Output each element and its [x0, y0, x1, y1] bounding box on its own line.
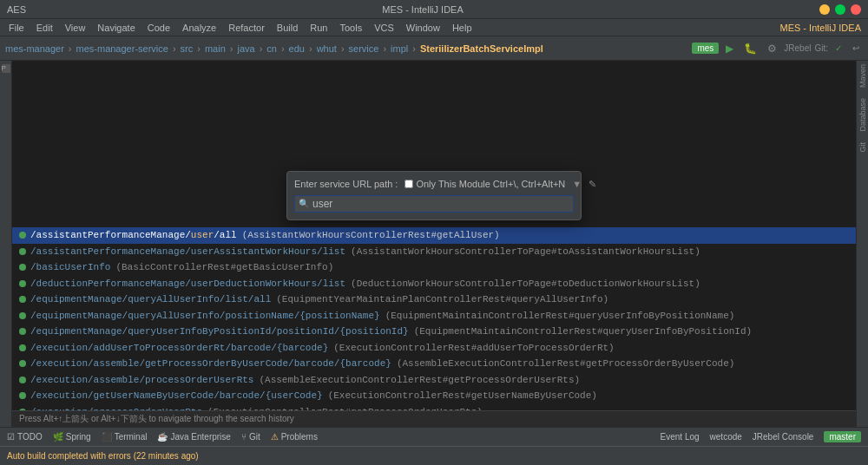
menu-refactor[interactable]: Refactor: [223, 22, 270, 34]
menu-analyze[interactable]: Analyze: [177, 22, 221, 34]
status-bar: ☑ TODO 🌿 Spring ⬛ Terminal ☕ Java Enterp…: [0, 427, 868, 446]
url-path: /equipmentManage/queryAllUserInfo/list/a…: [30, 292, 271, 307]
minimize-button[interactable]: [819, 4, 830, 15]
run-icon[interactable]: ▶: [722, 41, 737, 56]
status-dot: [19, 232, 26, 239]
pencil-icon[interactable]: ✎: [589, 179, 596, 190]
java-enterprise-item[interactable]: ☕ Java Enterprise: [157, 432, 230, 442]
menu-tools[interactable]: Tools: [334, 22, 367, 34]
menu-code[interactable]: Code: [142, 22, 175, 34]
url-path: /assistantPerformanceManage/userAssistan…: [30, 245, 345, 259]
breadcrumb-mes-manager-service[interactable]: mes-manager-service: [76, 43, 168, 54]
url-list-item[interactable]: /equipmentManage/queryAllUserInfo/positi…: [12, 308, 856, 324]
sidebar-right-database[interactable]: Database: [858, 98, 866, 132]
breadcrumb-mes-manager[interactable]: mes-manager: [5, 43, 64, 54]
toolbar: mes-manager › mes-manager-service › src …: [0, 36, 868, 61]
url-method: (AssembleExecutionControllerRest#getProc…: [259, 373, 580, 388]
sidebar-left: P: [0, 61, 12, 427]
breadcrumb-src[interactable]: src: [181, 43, 194, 54]
debug-icon[interactable]: 🐛: [740, 41, 760, 56]
url-list-item[interactable]: /execution/assemble/getProcessOrderByUse…: [12, 356, 856, 372]
git-status-item[interactable]: ⑂ Git: [241, 432, 260, 442]
breadcrumb-active-file[interactable]: SteriilizerBatchServiceImpl: [420, 43, 543, 54]
menu-file[interactable]: File: [3, 22, 30, 34]
url-path: /execution/assemble/getProcessOrderByUse…: [30, 357, 391, 371]
url-list-item[interactable]: /execution/addUserToProcessOrderRt/barco…: [12, 340, 856, 357]
menu-edit[interactable]: Edit: [31, 22, 58, 34]
settings-icon[interactable]: ⚙: [764, 41, 780, 56]
breadcrumb-whut[interactable]: whut: [317, 43, 337, 54]
problems-icon: ⚠: [271, 432, 279, 442]
status-dot: [19, 377, 26, 383]
breadcrumb-impl[interactable]: impl: [391, 43, 408, 54]
url-method: (DeductionWorkHoursControllerToPage#toDe…: [351, 277, 700, 291]
wetcode-item[interactable]: wetcode: [710, 432, 742, 442]
search-input-row[interactable]: 🔍: [294, 195, 574, 213]
close-button[interactable]: [851, 4, 861, 15]
menu-vcs[interactable]: VCS: [369, 22, 399, 34]
main-area: P Enter service URL path : Only This Mod…: [0, 61, 868, 427]
jrebel-label[interactable]: JRebel: [784, 43, 811, 53]
git-label: Git:: [814, 43, 828, 53]
url-list-item[interactable]: /execution/assemble/processOrderUserRts …: [12, 372, 856, 389]
menu-build[interactable]: Build: [272, 22, 303, 34]
menu-bar: File Edit View Navigate Code Analyze Ref…: [0, 19, 868, 36]
breadcrumb-edu[interactable]: edu: [289, 43, 305, 54]
status-dot: [19, 344, 26, 351]
terminal-label: Terminal: [115, 432, 148, 442]
only-this-module-checkbox[interactable]: [404, 180, 413, 188]
url-path: /equipmentManage/queryAllUserInfo/positi…: [30, 309, 380, 324]
spring-label: Spring: [66, 432, 91, 442]
git-branch-label[interactable]: master: [824, 431, 861, 442]
status-dot: [19, 312, 26, 319]
breadcrumb-java[interactable]: java: [237, 43, 254, 54]
url-list-item[interactable]: /equipmentManage/queryAllUserInfo/list/a…: [12, 291, 856, 308]
url-list-item[interactable]: /assistantPerformanceManage/user/all (As…: [12, 227, 856, 244]
breadcrumb-cn[interactable]: cn: [266, 43, 277, 54]
menu-run[interactable]: Run: [305, 22, 332, 34]
breadcrumb-main[interactable]: main: [205, 43, 226, 54]
event-log-label: Event Log: [661, 432, 700, 442]
maximize-button[interactable]: [835, 4, 845, 15]
project-icon[interactable]: P: [2, 64, 10, 73]
sidebar-right-git[interactable]: Git: [858, 142, 866, 153]
only-this-module-label[interactable]: Only This Module Ctrl+\, Ctrl+Alt+N: [404, 179, 565, 189]
problems-item[interactable]: ⚠ Problems: [271, 432, 318, 442]
problems-label: Problems: [281, 432, 318, 442]
url-list: /assistantPerformanceManage/user/all (As…: [12, 226, 856, 427]
status-bar-left: ☑ TODO 🌿 Spring ⬛ Terminal ☕ Java Enterp…: [7, 432, 318, 442]
url-list-item[interactable]: /execution/getUserNameByUserCode/barcode…: [12, 388, 856, 404]
hint-text: Press Alt+↑上箭头 or Alt+↓下箭头 to navigate t…: [19, 414, 294, 423]
menu-view[interactable]: View: [60, 22, 91, 34]
status-dot: [19, 248, 26, 255]
commit-icon[interactable]: ✓: [832, 42, 845, 55]
url-search-input[interactable]: [312, 198, 569, 210]
breadcrumb-service[interactable]: service: [349, 43, 379, 54]
branch-label[interactable]: mes: [692, 43, 719, 54]
menu-window[interactable]: Window: [401, 22, 445, 34]
window-title: MES - IntelliJ IDEA: [382, 4, 464, 15]
todo-item[interactable]: ☑ TODO: [7, 432, 43, 442]
jrebel-console-item[interactable]: JRebel Console: [753, 432, 814, 442]
url-list-item[interactable]: /equipmentManage/queryUserInfoByPosition…: [12, 324, 856, 340]
spring-item[interactable]: 🌿 Spring: [53, 432, 91, 442]
title-bar-left: AES: [7, 4, 26, 15]
bottom-bar: Auto build completed with errors (22 min…: [0, 446, 868, 465]
content-area: Enter service URL path : Only This Modul…: [12, 61, 856, 427]
undo-icon[interactable]: ↩: [849, 42, 863, 55]
app-name: AES: [7, 4, 26, 15]
url-list-item[interactable]: /basicUserInfo (BasicControllerRest#getB…: [12, 259, 856, 276]
filter-icon[interactable]: ▼: [572, 179, 582, 189]
url-list-item[interactable]: /deductionPerformanceManage/userDeductio…: [12, 276, 856, 292]
menu-navigate[interactable]: Navigate: [92, 22, 140, 34]
terminal-item[interactable]: ⬛ Terminal: [102, 432, 148, 442]
toolbar-mes: MES - IntelliJ IDEA: [779, 23, 861, 33]
status-dot: [19, 328, 26, 335]
url-method: (EquipmentMaintainControllerRest#queryUs…: [385, 309, 735, 324]
event-log-item[interactable]: Event Log: [661, 432, 700, 442]
url-list-item[interactable]: /assistantPerformanceManage/userAssistan…: [12, 244, 856, 260]
url-path: /basicUserInfo: [30, 260, 110, 275]
sidebar-right-maven[interactable]: Maven: [858, 64, 866, 88]
status-dot: [19, 360, 26, 367]
menu-help[interactable]: Help: [447, 22, 477, 34]
